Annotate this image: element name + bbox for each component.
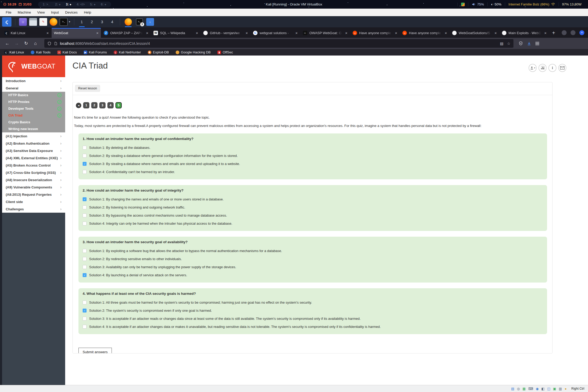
checkbox-unchecked[interactable] — [83, 265, 87, 269]
host-workspace-4[interactable]: 4: </> — [74, 3, 87, 6]
answer-option[interactable]: Solution 4: Integrity can only be harmed… — [83, 221, 543, 226]
battery-module[interactable]: 97% 13.80W — [559, 2, 585, 6]
answer-option[interactable]: Solution 4: It is acceptable if an attac… — [83, 324, 543, 329]
mouse-integration-status-icon[interactable]: ● — [565, 387, 567, 390]
brightness-module[interactable]: ◐ 50% — [487, 2, 505, 6]
bookmark-exploit-db[interactable]: ✱Exploit-DB — [148, 50, 169, 54]
answer-option[interactable]: ✓Solution 1: By changing the names and e… — [83, 197, 543, 202]
browser-tab-reddit-1[interactable]: ☺ Have anyone comple × — [350, 28, 400, 38]
tab-close-icon[interactable]: × — [146, 31, 148, 35]
text-editor-icon[interactable]: ✎ — [39, 18, 47, 26]
browser-tab-sql-wikipedia[interactable]: W SQL – Wikipedia × — [151, 28, 200, 38]
submit-answers-button[interactable]: Submit answers — [78, 348, 112, 353]
browser-tab-github-vernjan[interactable]: GitHub - vernjan/we × — [201, 28, 250, 38]
browser-tab-webgoat-active[interactable]: WebGoat × — [52, 28, 101, 38]
sidebar-item-http-basics[interactable]: HTTP Basics✓ — [2, 92, 65, 99]
page-button-4[interactable]: 4 — [107, 102, 114, 108]
sidebar-item-a9-vulnerable-components[interactable]: (A9) Vulnerable Components› — [2, 183, 65, 191]
tab-close-icon[interactable]: × — [295, 31, 298, 35]
answer-option[interactable]: Solution 2: By redirecting sensitive ema… — [83, 256, 543, 261]
user-account-button[interactable]: ▾ — [529, 64, 537, 72]
answer-option[interactable]: Solution 2: By stealing a database where… — [83, 153, 543, 158]
audio-status-icon[interactable]: ◉ — [536, 387, 539, 390]
shared-folders-status-icon[interactable]: ◫ — [547, 387, 550, 390]
checkbox-checked[interactable]: ✓ — [83, 162, 87, 166]
tab-close-icon[interactable]: × — [544, 31, 547, 35]
minimize-button[interactable] — [562, 30, 567, 35]
usb-status-icon[interactable]: ◧ — [541, 387, 544, 390]
vm-workspace-1[interactable]: 1 — [78, 16, 86, 27]
tab-close-icon[interactable]: × — [494, 31, 497, 35]
menu-devices[interactable]: Devices — [62, 10, 81, 14]
downloads-icon[interactable] — [527, 41, 531, 46]
hdd-status-icon[interactable]: ▤ — [511, 387, 514, 390]
answer-option[interactable]: ✓Solution 2: The system's security is co… — [83, 308, 543, 313]
recording-status-icon[interactable]: ▥ — [559, 387, 562, 390]
menu-file[interactable]: File — [3, 10, 15, 14]
sidebar-item-cia-triad[interactable]: CIA Triad✓ — [2, 112, 65, 119]
browser-tab-owasp-zap[interactable]: Z OWASP ZAP – ZAP i × — [101, 28, 151, 38]
browser-tab-main-exploits[interactable]: Main Exploits · WebG × — [500, 28, 549, 38]
vm-workspace-3[interactable]: 3 — [98, 16, 106, 27]
answer-option[interactable]: Solution 3: Availability can only be har… — [83, 265, 543, 270]
bookmark-kali-docs[interactable]: ≡Kali Docs — [57, 50, 77, 54]
sidebar-item-a8-insecure-deserialization[interactable]: (A8) Insecure Deserialization› — [2, 176, 65, 183]
sidebar-item-a4-xxe[interactable]: (A4) XML External Entities (XXE)› — [2, 154, 65, 162]
tab-close-icon[interactable]: × — [196, 31, 198, 35]
tab-close-icon[interactable]: × — [445, 31, 447, 35]
menu-input[interactable]: Input — [48, 10, 62, 14]
checkbox-unchecked[interactable] — [83, 301, 87, 304]
tab-close-icon[interactable]: × — [345, 31, 347, 35]
close-window-button[interactable]: × — [579, 30, 584, 35]
checkbox-unchecked[interactable] — [83, 213, 87, 217]
checkbox-checked[interactable]: ✓ — [83, 273, 87, 277]
reset-lesson-button[interactable]: Reset lesson — [75, 85, 100, 92]
sidebar-item-client-side[interactable]: Client side› — [2, 198, 65, 205]
kali-menu-button[interactable]: ς — [2, 17, 11, 27]
answer-option[interactable]: Solution 3: It is acceptable if an attac… — [83, 316, 543, 321]
answer-option[interactable]: Solution 2: By listening to incoming and… — [83, 205, 543, 210]
checkbox-unchecked[interactable] — [83, 146, 87, 150]
browser-tab-kali-linux[interactable]: ς Kali Linux × — [2, 28, 51, 38]
folder-app-icon[interactable] — [29, 18, 37, 26]
tab-close-icon[interactable]: × — [46, 31, 49, 35]
menu-machine[interactable]: Machine — [15, 10, 34, 14]
extension-shield-icon[interactable] — [519, 41, 523, 46]
sidebar-item-a5-broken-access[interactable]: (A5) Broken Access Control› — [2, 162, 65, 169]
page-button-3[interactable]: 3 — [99, 102, 106, 108]
bookmark-star-icon[interactable]: ☆ — [507, 41, 510, 46]
page-button-1[interactable]: 1 — [83, 102, 89, 108]
reader-mode-icon[interactable]: ▤ — [500, 41, 503, 46]
bookmark-google-hacking-db[interactable]: Google Hacking DB — [176, 50, 211, 54]
forward-button[interactable]: → — [13, 40, 21, 47]
terminal-launcher-icon[interactable]: >_ — [60, 18, 68, 26]
sidebar-item-a1-injection[interactable]: (A1) Injection› — [2, 132, 65, 140]
bookmark-kali-forums[interactable]: ▶Kali Forums — [84, 50, 107, 54]
checkbox-unchecked[interactable] — [83, 249, 87, 253]
sidebar-item-a7-xss[interactable]: (A7) Cross-Site Scripting (XSS)› — [2, 169, 65, 176]
browser-tab-webgoatsolutions[interactable]: WebGoatSolutions/S × — [450, 28, 499, 38]
bookmark-kali-tools[interactable]: Kali Tools — [31, 50, 50, 54]
volume-module[interactable]: 75% — [468, 2, 487, 6]
checkbox-unchecked[interactable] — [83, 170, 87, 174]
new-tab-button[interactable]: + — [549, 28, 558, 38]
sidebar-item-writing-new-lesson[interactable]: Writing new lesson — [2, 126, 65, 132]
url-text[interactable]: localhost:8080/WebGoat/start.mvc#lesson/… — [60, 41, 497, 46]
bookmark-kali-linux[interactable]: ςKali Linux — [4, 50, 24, 54]
sidebar-item-a82013-request-forgeries[interactable]: (A8:2013) Request Forgeries› — [2, 191, 65, 198]
answer-option[interactable]: ✓Solution 3: By stealing a database wher… — [83, 161, 543, 166]
host-workspace-2[interactable]: 2: ● — [52, 3, 63, 6]
answer-option[interactable]: Solution 1: By deleting all the database… — [83, 145, 543, 150]
firefox-running-task[interactable] — [124, 16, 133, 27]
tab-close-icon[interactable]: × — [395, 31, 397, 35]
tab-close-icon[interactable]: × — [96, 31, 99, 35]
checkbox-checked[interactable]: ✓ — [83, 197, 87, 201]
checkbox-checked[interactable]: ✓ — [83, 309, 87, 313]
host-workspace-1[interactable]: 1: >_ — [40, 3, 53, 6]
contact-button[interactable] — [558, 64, 566, 72]
browser-tab-owasp-webgoat-github[interactable]: •• OWASP WebGoat: G × — [301, 28, 350, 38]
page-button-5-active[interactable]: 5 — [115, 102, 122, 108]
checkbox-unchecked[interactable] — [83, 325, 87, 329]
browser-tab-reddit-2[interactable]: ☺ Have anyone comple × — [400, 28, 449, 38]
files-app-icon[interactable]: ◻ — [19, 18, 27, 26]
